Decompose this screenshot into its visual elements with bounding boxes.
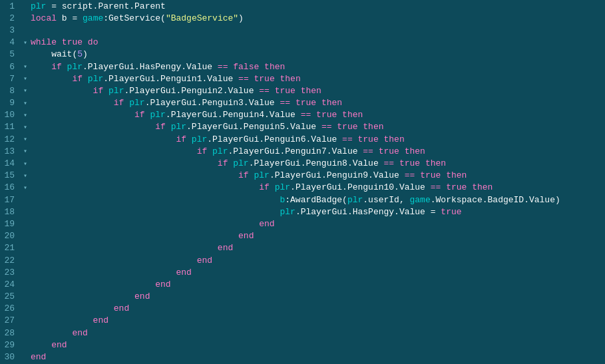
code-line: 4▾while true do [0, 37, 605, 49]
code-line: 1plr = script.Parent.Parent [0, 0, 605, 12]
token: do [83, 37, 98, 47]
code-content: end [31, 315, 605, 325]
code-content: if plr.PlayerGui.Penguin2.Value == true … [31, 86, 605, 96]
token: if [31, 182, 275, 192]
code-content: if plr.PlayerGui.HasPengy.Value == false… [31, 62, 605, 72]
token: .PlayerGui.Penguin2.Value [124, 86, 259, 96]
token: == [218, 62, 228, 72]
token: plr [67, 62, 83, 72]
token: .Workspace.BadgeID.Value) [431, 195, 560, 205]
fold-arrow[interactable]: ▾ [20, 87, 31, 94]
code-content: end [31, 340, 605, 350]
line-number: 12 [0, 134, 20, 144]
token: plr [88, 74, 103, 84]
token: end [31, 268, 192, 277]
fold-arrow[interactable]: ▾ [20, 111, 31, 119]
fold-arrow[interactable]: ▾ [20, 184, 31, 192]
token: if [31, 98, 129, 108]
token: while [31, 37, 57, 47]
token: plr [31, 207, 296, 217]
line-number: 25 [0, 291, 20, 301]
token: == [301, 110, 311, 120]
token: if [31, 146, 212, 156]
token: true [441, 182, 472, 192]
token: then [363, 122, 383, 132]
code-line: 23 end [0, 266, 605, 278]
token: plr [192, 134, 207, 144]
code-line: 9▾ if plr.PlayerGui.Penguin3.Value == tr… [0, 97, 605, 109]
token: .PlayerGui.Penguin4.Value [166, 110, 301, 120]
token: if [31, 74, 88, 84]
token: == [238, 74, 249, 84]
token: true [311, 110, 342, 120]
token: true [436, 207, 462, 217]
token: true [353, 134, 384, 144]
code-content: if plr.PlayerGui.Penguin7.Value == true … [31, 146, 605, 156]
code-content: end [31, 328, 605, 338]
code-content: if plr.PlayerGui.Penguin5.Value == true … [31, 122, 605, 132]
token: true [290, 98, 321, 108]
code-content: end [31, 352, 605, 362]
token: .userId, [363, 195, 409, 205]
fold-arrow[interactable]: ▾ [20, 99, 31, 107]
token: b [57, 13, 72, 23]
fold-arrow[interactable]: ▾ [20, 135, 31, 143]
token: plr [347, 195, 363, 205]
token: == [363, 146, 373, 156]
code-line: 21 end [0, 242, 605, 254]
line-number: 13 [0, 146, 20, 156]
token: then [301, 86, 321, 96]
token: if [31, 122, 171, 132]
token: == [405, 170, 415, 180]
token: true [373, 146, 405, 156]
code-content: if plr.PlayerGui.Penguin8.Value == true … [31, 158, 605, 168]
code-content: end [31, 279, 605, 289]
token: if [31, 134, 192, 144]
token: if [31, 158, 233, 168]
code-line: 13▾ if plr.PlayerGui.Penguin7.Value == t… [0, 145, 605, 157]
fold-arrow[interactable]: ▾ [20, 75, 31, 83]
fold-arrow[interactable]: ▾ [20, 39, 31, 47]
token: ) [238, 13, 244, 23]
line-number: 30 [0, 352, 20, 362]
token: true [62, 37, 83, 47]
token: end [31, 352, 46, 362]
code-content: end [31, 291, 605, 301]
fold-arrow[interactable]: ▾ [20, 123, 31, 131]
line-number: 4 [0, 37, 20, 47]
fold-arrow[interactable]: ▾ [20, 63, 31, 71]
token: plr [31, 1, 46, 11]
code-line: 18 plr.PlayerGui.HasPengy.Value = true [0, 206, 605, 218]
line-number: 26 [0, 303, 20, 313]
token: true [249, 74, 280, 84]
token: == [259, 86, 270, 96]
code-content: plr.PlayerGui.HasPengy.Value = true [31, 207, 605, 217]
token: == [384, 158, 395, 168]
code-line: 30end [0, 351, 605, 363]
token: .PlayerGui.Penguin3.Value [145, 98, 280, 108]
code-line: 17 b:AwardBadge(plr.userId, game.Workspa… [0, 194, 605, 206]
token: == [342, 134, 353, 144]
token: true [332, 122, 363, 132]
fold-arrow[interactable]: ▾ [20, 172, 31, 180]
fold-arrow[interactable]: ▾ [20, 147, 31, 155]
code-content: end [31, 256, 605, 266]
line-number: 15 [0, 170, 20, 180]
token: end [31, 328, 88, 338]
token: .PlayerGui.HasPengy.Value [296, 207, 431, 217]
line-number: 23 [0, 268, 20, 277]
code-line: 24 end [0, 278, 605, 290]
line-number: 7 [0, 74, 20, 84]
fold-arrow[interactable]: ▾ [20, 160, 31, 168]
line-number: 3 [0, 25, 20, 35]
token: then [405, 146, 425, 156]
code-line: 2local b = game:GetService("BadgeService… [0, 12, 605, 24]
token: plr [108, 86, 124, 96]
token: "BadgeService" [166, 13, 238, 23]
line-number: 17 [0, 195, 20, 205]
token: if [31, 86, 108, 96]
code-line: 6▾ if plr.PlayerGui.HasPengy.Value == fa… [0, 61, 605, 73]
token: then [264, 62, 285, 72]
token: plr [254, 170, 269, 180]
line-number: 20 [0, 231, 20, 241]
